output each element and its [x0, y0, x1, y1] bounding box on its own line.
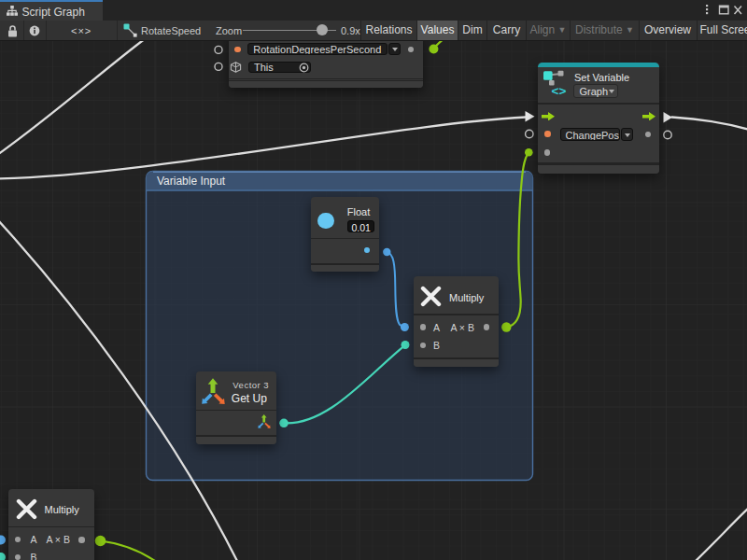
svg-text:<>: <> — [552, 84, 567, 98]
